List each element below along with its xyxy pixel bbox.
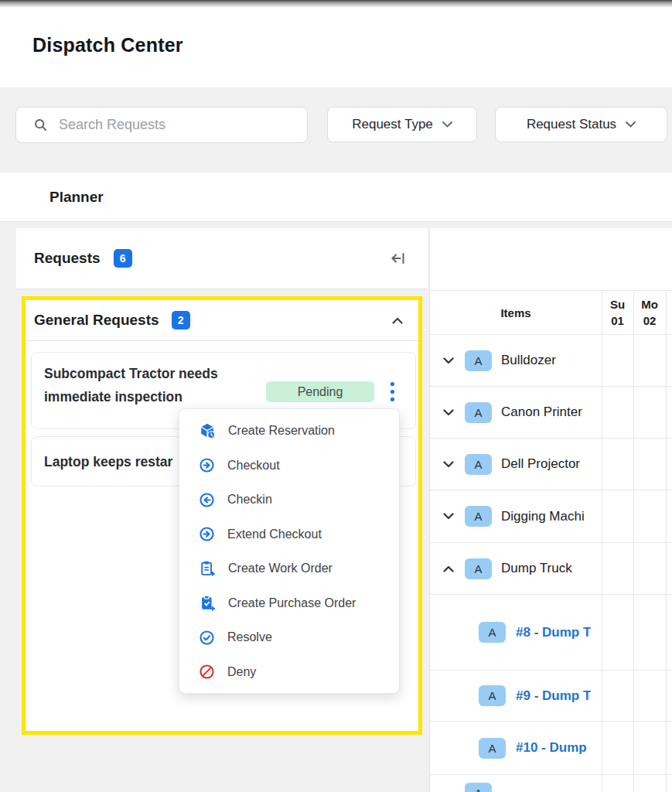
arrow-right-circle-icon: [199, 457, 215, 473]
availability-badge: A: [479, 738, 506, 759]
search-icon: [33, 118, 48, 132]
menu-item-extend-checkout[interactable]: Extend Checkout: [179, 517, 399, 552]
day-column-header: Su 01: [602, 291, 633, 334]
table-row-canon-printer[interactable]: A Canon Printer: [430, 387, 672, 439]
general-requests-count-badge: 2: [172, 311, 190, 329]
asset-link[interactable]: #10 - Dump: [516, 740, 587, 756]
weekday-label: Mo: [633, 296, 666, 312]
search-input[interactable]: [59, 117, 296, 133]
search-requests-box: [15, 107, 308, 143]
day-number: 02: [633, 312, 666, 329]
chevron-down-icon: [626, 121, 636, 128]
schedule-grid-header: Items Su 01 Mo 02: [430, 290, 672, 335]
planner-title: Planner: [49, 189, 104, 206]
chevron-down-icon[interactable]: [443, 461, 454, 468]
chevron-up-icon: [392, 317, 403, 324]
table-row-dump-truck-10[interactable]: A #10 - Dump: [430, 722, 672, 775]
item-label: Dump Truck: [501, 561, 572, 576]
arrow-right-circle-icon: [199, 526, 215, 542]
planner-section-header: Planner: [0, 172, 672, 222]
menu-item-label: Create Reservation: [228, 424, 335, 438]
chevron-up-icon[interactable]: [443, 565, 454, 572]
block-icon: [199, 664, 215, 680]
menu-item-label: Deny: [227, 665, 256, 679]
collapse-left-icon: [390, 250, 407, 267]
menu-item-label: Resolve: [227, 630, 272, 644]
table-row-dump-truck-9[interactable]: A #9 - Dump T: [430, 671, 672, 722]
chevron-down-icon[interactable]: [443, 357, 454, 364]
day-column-header: Mo 02: [633, 291, 666, 334]
page-title: Dispatch Center: [32, 34, 183, 56]
asset-link[interactable]: #9 - Dump T: [516, 688, 591, 704]
request-title: Subcompact Tractor needs immediate inspe…: [44, 362, 272, 408]
menu-item-label: Extend Checkout: [227, 527, 322, 541]
schedule-rows: A Bulldozer A Canon Printer A Dell Proje…: [430, 335, 672, 791]
kebab-menu-icon: [390, 381, 395, 402]
table-row-digging-machine[interactable]: A Digging Machi: [430, 490, 672, 543]
availability-badge: A: [465, 783, 492, 792]
requests-panel-header: Requests 6: [16, 228, 428, 289]
clipboard-plus-icon: [199, 560, 216, 577]
weekday-label: Su: [602, 296, 633, 312]
items-column-header: Items: [430, 291, 602, 334]
menu-item-checkin[interactable]: Checkin: [179, 483, 399, 517]
menu-item-checkout[interactable]: Checkout: [179, 449, 399, 483]
availability-badge: A: [465, 558, 492, 579]
table-row-dump-truck[interactable]: A Dump Truck: [430, 543, 672, 595]
item-label: Bulldozer: [501, 353, 556, 368]
availability-badge: A: [465, 350, 492, 371]
schedule-panel: Items Su 01 Mo 02 A Bulldozer A Canon Pr…: [429, 228, 672, 792]
table-row-bulldozer[interactable]: A Bulldozer: [430, 335, 672, 387]
check-circle-icon: [199, 630, 215, 646]
requests-title: Requests: [34, 250, 101, 267]
request-type-dropdown[interactable]: Request Type: [327, 107, 477, 142]
table-row-dump-truck-8[interactable]: A #8 - Dump T: [430, 595, 672, 671]
request-title: Laptop keeps restar: [44, 450, 172, 473]
request-status-dropdown[interactable]: Request Status: [495, 107, 667, 142]
request-actions-menu: Create Reservation Checkout Checkin Exte…: [179, 408, 400, 694]
availability-badge: A: [465, 454, 492, 475]
day-number: 01: [602, 312, 633, 329]
chevron-down-icon: [442, 121, 452, 128]
clipboard-check-plus-icon: [199, 595, 216, 612]
general-requests-title: General Requests: [34, 312, 159, 329]
collapse-group-button[interactable]: [392, 317, 403, 324]
availability-badge: A: [479, 685, 506, 706]
asset-link[interactable]: #8 - Dump T: [516, 625, 591, 640]
item-label: Dell Projector: [501, 456, 580, 472]
status-badge: Pending: [266, 381, 374, 402]
reservation-box-clock-icon: [199, 422, 216, 439]
menu-item-deny[interactable]: Deny: [179, 655, 399, 690]
menu-item-create-purchase-order[interactable]: Create Purchase Order: [179, 586, 399, 621]
menu-item-create-work-order[interactable]: Create Work Order: [179, 551, 399, 586]
menu-item-label: Checkin: [227, 493, 272, 507]
menu-item-label: Create Work Order: [228, 562, 333, 575]
requests-count-badge: 6: [114, 249, 132, 268]
menu-item-label: Checkout: [227, 459, 280, 473]
request-status-label: Request Status: [527, 117, 616, 132]
arrow-left-circle-icon: [199, 492, 215, 508]
dispatch-center-page: Dispatch Center Request Type Request Sta…: [0, 0, 672, 792]
item-label: Canon Printer: [501, 405, 582, 420]
table-row-dell-projector[interactable]: A Dell Projector: [430, 439, 672, 490]
chevron-down-icon[interactable]: [443, 409, 454, 416]
request-type-label: Request Type: [352, 117, 433, 132]
menu-item-create-reservation[interactable]: Create Reservation: [179, 414, 399, 449]
table-row-partial: A: [430, 775, 672, 791]
chevron-down-icon[interactable]: [443, 513, 454, 520]
collapse-panel-button[interactable]: [390, 250, 407, 267]
top-window-edge: [0, 0, 672, 8]
menu-item-label: Create Purchase Order: [228, 596, 356, 610]
general-requests-header[interactable]: General Requests 2: [26, 300, 418, 341]
availability-badge: A: [465, 506, 492, 527]
item-label: Digging Machi: [501, 509, 585, 524]
menu-item-resolve[interactable]: Resolve: [179, 620, 399, 655]
availability-badge: A: [479, 622, 506, 643]
availability-badge: A: [465, 402, 492, 423]
request-actions-menu-button[interactable]: [387, 381, 397, 402]
